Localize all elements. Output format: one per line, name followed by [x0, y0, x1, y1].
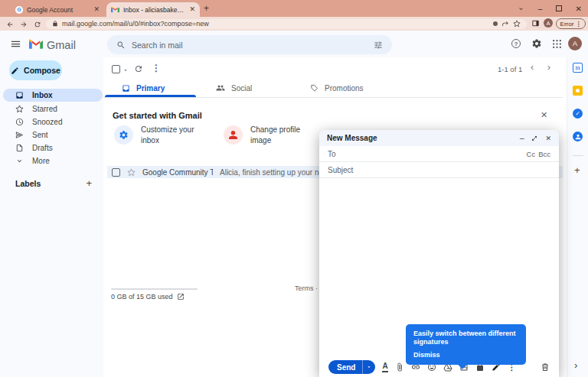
- reload-icon[interactable]: [34, 21, 41, 28]
- people-icon: [216, 83, 225, 93]
- tab-close-icon[interactable]: ✕: [189, 6, 195, 13]
- calendar-icon[interactable]: 31: [573, 63, 583, 73]
- send-split-button[interactable]: Send: [328, 360, 375, 374]
- compose-header[interactable]: New Message – ✕: [319, 130, 559, 146]
- category-tabs: Primary Social Promotions: [103, 79, 563, 98]
- clock-icon: [15, 118, 24, 126]
- account-avatar[interactable]: A: [568, 37, 582, 50]
- gmail-header: Gmail ? A: [0, 31, 588, 57]
- get-started-close-icon[interactable]: ✕: [541, 110, 547, 120]
- error-button[interactable]: Error ⋮: [556, 18, 586, 29]
- subject-row[interactable]: [319, 162, 559, 178]
- tooltip-text: Easily switch between different signatur…: [413, 330, 518, 346]
- share-icon[interactable]: [501, 20, 509, 28]
- tasks-icon[interactable]: ✓: [573, 109, 583, 119]
- cc-link[interactable]: Cc: [527, 150, 536, 158]
- send-button[interactable]: Send: [328, 360, 363, 374]
- sidebar-item-label: Starred: [32, 105, 57, 113]
- tab-label: Promotions: [325, 84, 364, 93]
- discard-draft-trash-icon[interactable]: [541, 362, 550, 372]
- browser-profile-avatar[interactable]: A: [544, 18, 553, 28]
- error-label: Error: [560, 21, 574, 28]
- new-tab-button[interactable]: +: [204, 3, 209, 14]
- compose-window: New Message – ✕ Cc Bcc Easily switch bet…: [319, 130, 559, 377]
- tag-icon: [310, 84, 318, 93]
- settings-gear-icon[interactable]: [531, 38, 542, 49]
- search-options-tune-icon[interactable]: [374, 41, 383, 50]
- to-field[interactable]: [328, 150, 527, 158]
- formatting-options-icon[interactable]: A: [382, 362, 387, 372]
- window-menu-chevron-icon[interactable]: [518, 5, 524, 12]
- window-maximize-button[interactable]: [556, 5, 562, 11]
- browser-tab-google-account[interactable]: G Google Account ✕: [11, 2, 104, 17]
- tooltip-dismiss-link[interactable]: Dismiss: [413, 351, 518, 359]
- sidebar-item-drafts[interactable]: Drafts: [3, 141, 103, 154]
- sidebar-item-snoozed[interactable]: Snoozed: [3, 115, 103, 128]
- sidebar-item-more[interactable]: More: [3, 154, 103, 167]
- compose-button[interactable]: Compose: [9, 60, 62, 80]
- tab-social[interactable]: Social: [198, 79, 292, 97]
- back-icon[interactable]: [6, 21, 14, 28]
- forward-icon[interactable]: [20, 21, 28, 28]
- close-icon[interactable]: ✕: [545, 135, 551, 142]
- sidebar-item-inbox[interactable]: Inbox: [3, 89, 103, 102]
- email-checkbox[interactable]: [112, 168, 120, 177]
- select-all-checkbox[interactable]: [112, 65, 120, 73]
- refresh-icon[interactable]: [134, 64, 143, 73]
- keep-icon[interactable]: [573, 86, 583, 96]
- bookmark-star-icon[interactable]: [513, 20, 521, 28]
- site-lock-icon[interactable]: [52, 21, 58, 27]
- collapse-panel-chevron[interactable]: ›: [574, 359, 577, 371]
- gmail-favicon-icon: [111, 6, 119, 13]
- more-options-icon[interactable]: ⋮: [152, 63, 161, 73]
- sidebar-item-starred[interactable]: Starred: [3, 102, 103, 115]
- search-input[interactable]: [132, 41, 368, 50]
- sidebar-item-label: More: [32, 157, 50, 165]
- tab-close-icon[interactable]: ✕: [93, 6, 100, 13]
- search-icon[interactable]: [116, 41, 126, 50]
- select-dropdown-caret-icon[interactable]: [122, 67, 129, 73]
- tab-title: Inbox - aliciasbakery4u@gmail.com: [123, 6, 185, 14]
- page-status-dot-icon[interactable]: [493, 21, 498, 26]
- star-icon[interactable]: [127, 168, 136, 177]
- main-menu-hamburger-icon[interactable]: [10, 38, 21, 50]
- get-addons-plus-button[interactable]: +: [574, 164, 580, 176]
- caret-down-icon: [366, 364, 372, 370]
- google-apps-grid-icon[interactable]: [552, 39, 562, 49]
- chevron-down-icon: [15, 157, 24, 165]
- side-panel-icon[interactable]: [531, 19, 540, 28]
- tab-promotions[interactable]: Promotions: [292, 79, 386, 97]
- pagination-label: 1-1 of 1: [498, 65, 522, 73]
- tab-label: Social: [231, 84, 252, 93]
- card-customize-inbox[interactable]: Customize your inbox: [114, 125, 204, 145]
- card-label: Change profile image: [250, 125, 313, 145]
- sidebar-item-label: Sent: [32, 131, 48, 139]
- compose-title: New Message: [327, 134, 520, 142]
- error-menu-dots-icon: ⋮: [575, 21, 581, 28]
- window-close-button[interactable]: ✕: [576, 5, 582, 13]
- subject-field[interactable]: [328, 166, 550, 174]
- divider: [573, 155, 583, 156]
- attach-file-icon[interactable]: [395, 362, 404, 372]
- older-page-chevron[interactable]: ›: [547, 62, 550, 73]
- browser-tab-inbox[interactable]: Inbox - aliciasbakery4u@gmail.com ✕: [106, 2, 200, 17]
- open-in-new-icon[interactable]: [177, 293, 185, 301]
- help-icon[interactable]: ?: [511, 39, 521, 48]
- google-favicon-icon: G: [15, 6, 23, 14]
- search-bar[interactable]: [107, 35, 392, 54]
- sidebar-item-sent[interactable]: Sent: [3, 128, 103, 141]
- send-icon: [15, 131, 24, 139]
- create-label-plus-button[interactable]: +: [86, 177, 92, 189]
- card-change-profile-image[interactable]: Change profile image: [224, 125, 313, 145]
- url-bar[interactable]: mail.google.com/mail/u/0/#inbox?compose=…: [46, 19, 527, 29]
- minimize-icon[interactable]: –: [520, 134, 524, 142]
- contacts-icon[interactable]: [573, 132, 583, 141]
- signature-tooltip: Easily switch between different signatur…: [406, 324, 526, 365]
- newer-page-chevron[interactable]: ‹: [531, 62, 534, 73]
- open-in-full-icon[interactable]: [531, 135, 537, 141]
- tab-primary[interactable]: Primary: [103, 79, 198, 97]
- recipients-row[interactable]: Cc Bcc: [319, 146, 559, 162]
- bcc-link[interactable]: Bcc: [538, 150, 550, 158]
- window-minimize-button[interactable]: –: [538, 5, 543, 13]
- send-options-caret[interactable]: [363, 360, 375, 374]
